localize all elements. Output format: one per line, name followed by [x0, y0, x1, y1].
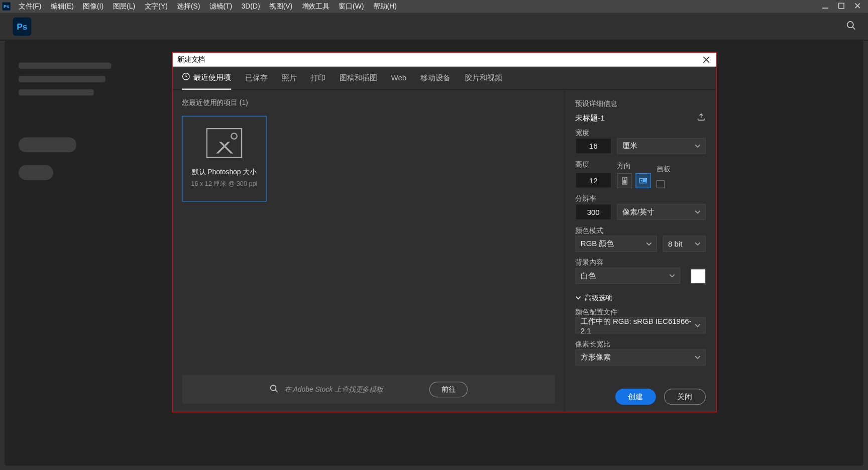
- dialog-close-button[interactable]: [701, 54, 712, 65]
- orientation-portrait-button[interactable]: [617, 173, 632, 188]
- window-maximize-button[interactable]: [833, 0, 849, 12]
- color-mode-select[interactable]: RGB 颜色: [575, 236, 657, 252]
- document-name-input[interactable]: 未标题-1: [575, 112, 604, 123]
- clock-icon: [182, 72, 190, 82]
- app-menubar: Ps 文件(F) 编辑(E) 图像(I) 图层(L) 文字(Y) 选择(S) 滤…: [0, 0, 868, 13]
- menu-window[interactable]: 窗口(W): [334, 0, 368, 13]
- background-label: 背景内容: [575, 258, 706, 268]
- select-value: 像素/英寸: [622, 207, 655, 217]
- width-label: 宽度: [575, 128, 706, 138]
- height-input[interactable]: 12: [575, 172, 611, 188]
- select-value: 工作中的 RGB: sRGB IEC61966-2.1: [581, 316, 695, 335]
- tab-mobile[interactable]: 移动设备: [420, 66, 451, 89]
- artboard-label: 画板: [657, 165, 671, 175]
- app-mini-logo: Ps: [3, 3, 11, 11]
- skeleton-line: [19, 76, 105, 82]
- sidebar-skeleton: [19, 63, 112, 180]
- menu-layer[interactable]: 图层(L): [108, 0, 140, 13]
- chevron-down-icon: [695, 240, 701, 248]
- recent-heading: 您最近使用的项目 (1): [182, 98, 555, 108]
- tab-photo[interactable]: 照片: [282, 66, 297, 89]
- create-button[interactable]: 创建: [615, 389, 656, 405]
- svg-rect-14: [623, 180, 626, 184]
- window-minimize-button[interactable]: [817, 0, 833, 12]
- dialog-title-text: 新建文档: [177, 55, 205, 65]
- search-icon[interactable]: [846, 20, 856, 32]
- resolution-unit-select[interactable]: 像素/英寸: [617, 204, 705, 220]
- menu-plugins[interactable]: 增效工具: [297, 0, 334, 13]
- svg-point-9: [270, 385, 276, 391]
- tab-film[interactable]: 胶片和视频: [465, 66, 502, 89]
- stock-search-input[interactable]: 在 Adobe Stock 上查找更多模板: [284, 384, 383, 394]
- tab-art[interactable]: 图稿和插图: [340, 66, 377, 89]
- dialog-tabs: 最近使用项 已保存 照片 打印 图稿和插图 Web 移动设备 胶片和视频: [173, 67, 716, 90]
- svg-point-13: [624, 178, 625, 180]
- width-unit-select[interactable]: 厘米: [617, 138, 705, 154]
- chevron-down-icon: [695, 353, 701, 362]
- new-document-dialog: 新建文档 最近使用项 已保存 照片 打印 图稿和插图 Web 移动设备 胶片和视…: [172, 52, 717, 412]
- close-button[interactable]: 关闭: [664, 389, 706, 405]
- chevron-down-icon: [695, 142, 701, 150]
- svg-point-16: [641, 180, 642, 182]
- bit-depth-select[interactable]: 8 bit: [663, 236, 706, 252]
- dialog-titlebar: 新建文档: [173, 53, 716, 67]
- tab-print[interactable]: 打印: [310, 66, 325, 89]
- home-header: Ps: [0, 13, 868, 40]
- svg-point-4: [847, 22, 853, 28]
- tab-label: 最近使用项: [193, 72, 231, 83]
- orientation-label: 方向: [617, 161, 650, 171]
- select-value: RGB 颜色: [581, 239, 614, 249]
- stock-go-button[interactable]: 前往: [429, 382, 468, 397]
- select-value: 方形像素: [581, 352, 611, 363]
- menu-view[interactable]: 视图(V): [265, 0, 297, 13]
- image-icon: [206, 128, 243, 158]
- skeleton-line: [19, 63, 112, 69]
- chevron-down-icon: [695, 321, 701, 330]
- select-value: 白色: [581, 271, 596, 281]
- menu-file[interactable]: 文件(F): [14, 0, 46, 13]
- resolution-input[interactable]: 300: [575, 204, 611, 220]
- menu-3d[interactable]: 3D(D): [237, 0, 264, 13]
- height-label: 高度: [575, 160, 611, 170]
- export-preset-icon[interactable]: [697, 112, 706, 124]
- tab-web[interactable]: Web: [391, 66, 407, 89]
- chevron-down-icon: [695, 208, 701, 216]
- menu-select[interactable]: 选择(S): [172, 0, 205, 13]
- svg-rect-1: [839, 3, 844, 8]
- menu-type[interactable]: 文字(Y): [140, 0, 172, 13]
- width-input[interactable]: 16: [575, 138, 611, 154]
- menu-filter[interactable]: 滤镜(T): [205, 0, 237, 13]
- skeleton-pill: [19, 137, 76, 152]
- preset-name: 默认 Photoshop 大小: [192, 167, 257, 177]
- preset-card-default[interactable]: 默认 Photoshop 大小 16 x 12 厘米 @ 300 ppi: [182, 116, 266, 202]
- color-profile-select[interactable]: 工作中的 RGB: sRGB IEC61966-2.1: [575, 317, 706, 333]
- chevron-down-icon: [575, 294, 581, 302]
- menu-image[interactable]: 图像(I): [78, 0, 108, 13]
- artboard-checkbox[interactable]: [657, 180, 665, 188]
- skeleton-pill: [19, 165, 53, 180]
- tab-saved[interactable]: 已保存: [245, 66, 268, 89]
- presets-panel: 您最近使用的项目 (1) 默认 Photoshop 大小 16 x 12 厘米 …: [173, 90, 565, 412]
- svg-rect-17: [642, 179, 646, 182]
- menu-help[interactable]: 帮助(H): [369, 0, 401, 13]
- details-header: 预设详细信息: [575, 99, 706, 109]
- adobe-stock-bar: 在 Adobe Stock 上查找更多模板 前往: [182, 375, 555, 404]
- tab-recent[interactable]: 最近使用项: [182, 66, 231, 89]
- color-mode-label: 颜色模式: [575, 226, 706, 236]
- orientation-landscape-button[interactable]: [635, 173, 650, 188]
- search-icon: [269, 384, 278, 395]
- chevron-down-icon: [646, 240, 652, 248]
- select-value: 厘米: [622, 141, 637, 151]
- window-close-button[interactable]: [849, 0, 865, 12]
- photoshop-logo[interactable]: Ps: [13, 17, 31, 36]
- advanced-toggle[interactable]: 高级选项: [575, 293, 706, 303]
- select-value: 8 bit: [668, 240, 682, 248]
- svg-line-10: [275, 390, 277, 392]
- pixel-aspect-select[interactable]: 方形像素: [575, 349, 706, 366]
- chevron-down-icon: [669, 271, 675, 280]
- background-select[interactable]: 白色: [575, 268, 680, 284]
- background-color-swatch[interactable]: [691, 269, 706, 284]
- resolution-label: 分辨率: [575, 194, 706, 204]
- menu-edit[interactable]: 编辑(E): [46, 0, 79, 13]
- svg-line-5: [852, 27, 855, 29]
